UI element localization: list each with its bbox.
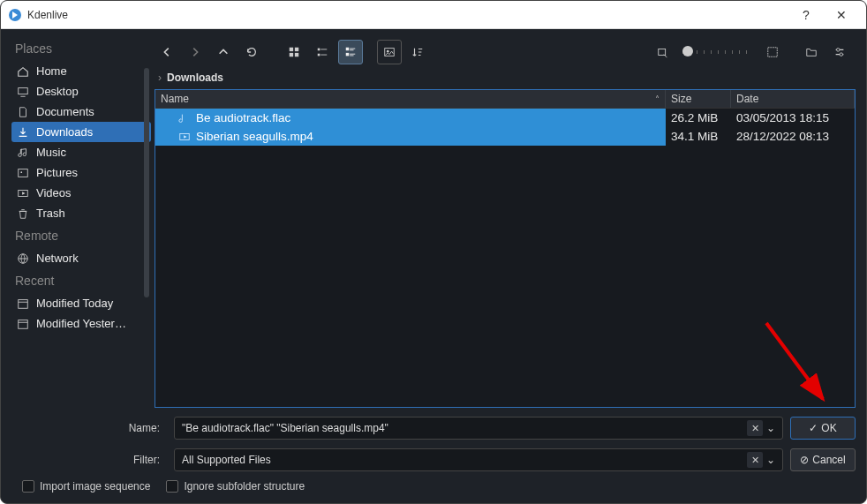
sidebar-section-header: Remote	[11, 223, 151, 248]
sidebar-item-label: Documents	[36, 105, 94, 118]
chevron-right-icon: ›	[158, 71, 162, 84]
toolbar	[151, 36, 856, 68]
reload-button[interactable]	[239, 40, 264, 64]
svg-rect-12	[318, 49, 320, 51]
breadcrumb-segment[interactable]: Downloads	[167, 71, 223, 84]
desktop-icon	[17, 86, 29, 98]
calendar-icon	[17, 318, 29, 330]
up-button[interactable]	[211, 40, 236, 64]
settings-button[interactable]	[827, 40, 852, 64]
file-row[interactable]: Siberian seagulls.mp434.1 MiB28/12/2022 …	[155, 127, 855, 146]
svg-rect-21	[350, 56, 353, 56]
zoom-in-button[interactable]	[760, 40, 785, 64]
back-button[interactable]	[155, 40, 179, 64]
audio-file-icon	[178, 112, 191, 124]
sidebar-item-videos[interactable]: Videos	[11, 183, 151, 203]
document-icon	[17, 106, 29, 118]
column-header-size[interactable]: Size	[666, 90, 731, 108]
svg-rect-17	[350, 49, 355, 49]
zoom-slider[interactable]	[682, 50, 753, 54]
help-button[interactable]: ?	[788, 1, 824, 29]
ignore-subfolder-checkbox[interactable]: Ignore subfolder structure	[166, 480, 305, 493]
file-row[interactable]: Be audiotrack.flac26.2 MiB03/05/2013 18:…	[155, 109, 855, 127]
sidebar-scrollbar[interactable]	[144, 68, 149, 297]
app-logo-icon	[8, 8, 22, 22]
titlebar: Kdenlive ? ✕	[1, 1, 866, 29]
svg-rect-1	[19, 87, 28, 94]
svg-rect-20	[350, 54, 355, 55]
sidebar-item-desktop[interactable]: Desktop	[11, 81, 151, 102]
file-size: 26.2 MiB	[666, 109, 731, 127]
svg-rect-8	[290, 48, 293, 51]
filter-combo[interactable]: ✕ ⌄	[174, 448, 783, 471]
sidebar-item-home[interactable]: Home	[11, 61, 151, 81]
form-area: Name: ✕ ⌄ ✓ OK Filter: ✕ ⌄ ⊘ Cancel	[1, 415, 866, 503]
sort-button[interactable]	[405, 40, 430, 64]
file-date: 03/05/2013 18:15	[731, 109, 855, 127]
check-icon: ✓	[809, 422, 818, 434]
ok-button[interactable]: ✓ OK	[790, 417, 856, 440]
sidebar-item-documents[interactable]: Documents	[11, 102, 151, 122]
column-header-date[interactable]: Date	[731, 90, 855, 108]
import-image-sequence-checkbox[interactable]: Import image sequence	[22, 480, 150, 493]
svg-rect-7	[19, 320, 28, 328]
sidebar-item-label: Pictures	[36, 166, 78, 179]
dialog-body: PlacesHomeDesktopDocumentsDownloadsMusic…	[1, 29, 866, 415]
new-folder-button[interactable]	[799, 40, 824, 64]
video-file-icon	[178, 131, 191, 143]
music-icon	[17, 147, 29, 159]
file-date: 28/12/2022 08:13	[731, 127, 855, 146]
sidebar-item-modified-yester-[interactable]: Modified Yester…	[11, 313, 151, 334]
svg-rect-15	[320, 55, 327, 56]
file-name: Siberian seagulls.mp4	[196, 130, 313, 143]
home-icon	[17, 65, 29, 78]
svg-point-27	[840, 53, 843, 56]
name-label: Name:	[11, 422, 167, 434]
sidebar-item-modified-today[interactable]: Modified Today	[11, 293, 151, 313]
file-size: 34.1 MiB	[666, 127, 731, 146]
sort-ascending-icon: ˄	[655, 94, 660, 104]
cancel-icon: ⊘	[800, 454, 809, 466]
clear-name-icon[interactable]: ✕	[747, 420, 763, 436]
sidebar-item-label: Modified Yester…	[36, 317, 126, 330]
column-headers: Name ˄ Size Date	[155, 90, 855, 109]
filter-input[interactable]	[182, 454, 747, 466]
svg-rect-16	[346, 48, 350, 51]
svg-rect-2	[19, 169, 28, 177]
sidebar-item-label: Home	[36, 64, 67, 78]
details-view-button[interactable]	[338, 40, 363, 64]
sidebar-item-label: Downloads	[36, 125, 93, 139]
file-list-pane: Name ˄ Size Date Be audiotrack.flac26.2 …	[155, 89, 856, 408]
svg-rect-6	[19, 299, 28, 308]
svg-rect-24	[659, 49, 666, 56]
zoom-out-button[interactable]	[651, 40, 675, 64]
cancel-button[interactable]: ⊘ Cancel	[790, 448, 856, 471]
sidebar-item-music[interactable]: Music	[11, 142, 151, 162]
name-dropdown-icon[interactable]: ⌄	[763, 422, 779, 434]
svg-rect-14	[318, 54, 320, 56]
svg-point-3	[20, 171, 22, 173]
forward-button[interactable]	[183, 40, 207, 64]
svg-point-23	[387, 50, 389, 53]
name-combo[interactable]: ✕ ⌄	[174, 417, 783, 440]
preview-toggle-button[interactable]	[377, 40, 402, 64]
svg-point-26	[837, 49, 841, 52]
sidebar-item-trash[interactable]: Trash	[11, 203, 151, 223]
svg-rect-10	[290, 53, 293, 56]
close-window-button[interactable]: ✕	[824, 1, 859, 29]
icons-view-button[interactable]	[282, 40, 306, 64]
filter-dropdown-icon[interactable]: ⌄	[763, 454, 779, 466]
breadcrumb[interactable]: › Downloads	[151, 68, 856, 89]
window-title: Kdenlive	[27, 9, 788, 21]
name-input[interactable]	[182, 422, 747, 434]
sidebar-item-pictures[interactable]: Pictures	[11, 162, 151, 183]
compact-view-button[interactable]	[310, 40, 335, 64]
file-rows: Be audiotrack.flac26.2 MiB03/05/2013 18:…	[155, 109, 855, 407]
calendar-icon	[17, 297, 29, 310]
sidebar-item-downloads[interactable]: Downloads	[11, 122, 151, 142]
clear-filter-icon[interactable]: ✕	[747, 452, 763, 468]
checkbox-icon	[22, 480, 34, 493]
sidebar-item-network[interactable]: Network	[11, 248, 151, 268]
places-sidebar: PlacesHomeDesktopDocumentsDownloadsMusic…	[1, 29, 151, 415]
column-header-name[interactable]: Name ˄	[155, 90, 666, 108]
